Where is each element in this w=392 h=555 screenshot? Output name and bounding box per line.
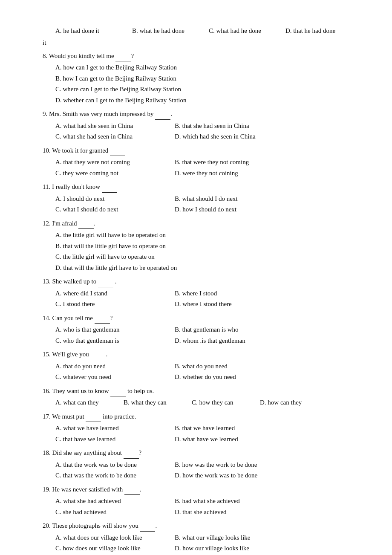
q13-opt-d: D. where I stood there — [175, 299, 277, 310]
q9-opt-c: C. what she had seen in China — [55, 131, 158, 142]
q9-opt-d: D. which had she seen in China — [175, 131, 277, 142]
q11-row2: C. what I should do next D. how I should… — [55, 204, 366, 215]
q8-options: A. how can I get to the Beijing Railway … — [55, 62, 366, 106]
q19-opt-c: C. she had achieved — [55, 507, 158, 518]
question-7-cont: A. he had done it B. what he had done C.… — [43, 26, 366, 48]
q14-options: A. who is that gentleman B. that gentlem… — [55, 324, 366, 346]
q20-options: A. what does our village look like B. wh… — [55, 532, 366, 554]
q16-quad: A. what can they B. what they can C. how… — [55, 397, 366, 408]
q7-continuation-text: it — [43, 38, 366, 48]
q18-opt-a: A. that the work was to be done — [55, 460, 158, 471]
q20-row1: A. what does our village look like B. wh… — [55, 532, 366, 543]
q20-opt-a: A. what does our village look like — [55, 532, 158, 543]
q10-text: 10. We took it for granted — [43, 145, 366, 156]
q19-opt-b: B. had what she achieved — [175, 496, 277, 507]
q18-opt-c: C. that was the work to be done — [55, 470, 158, 481]
q15-opt-c: C. whatever you need — [55, 372, 158, 383]
q18-row1: A. that the work was to be done B. how w… — [55, 460, 366, 471]
q9-blank — [155, 108, 170, 120]
q18-opt-d: D. how the work was to be done — [175, 470, 277, 481]
q11-text: 11. I really don't know — [43, 181, 366, 193]
q17-opt-c: C. that have we learned — [55, 434, 158, 445]
q8-opt-c: C. where can I get to the Beijing Railwa… — [55, 84, 366, 95]
q11-opt-d: D. how I should do next — [175, 204, 277, 215]
question-20: 20. These photographs will show you . A.… — [43, 520, 366, 554]
q16-text: 16. They want us to know to help us. — [43, 385, 366, 397]
q9-options: A. what had she seen in China B. that sh… — [55, 121, 366, 142]
q12-opt-c: C. the little girl will have to operate … — [55, 251, 366, 263]
q17-blank — [86, 411, 101, 422]
q11-blank — [102, 181, 117, 193]
question-18: 18. Did she say anything about ? A. that… — [43, 447, 366, 481]
q12-text: 12. I'm afraid . — [43, 218, 366, 229]
q17-row2: C. that have we learned D. what have we … — [55, 434, 366, 445]
q17-options: A. what we have learned B. that we have … — [55, 423, 366, 445]
q20-blank — [140, 520, 155, 532]
q12-opt-d: D. that will the little girl have to be … — [55, 263, 366, 274]
q18-blank — [124, 447, 139, 459]
q19-row2: C. she had achieved D. that she achieved — [55, 507, 366, 518]
q16-opt-d: D. how can they — [260, 397, 320, 408]
q20-text: 20. These photographs will show you . — [43, 520, 366, 532]
q8-opt-a: A. how can I get to the Beijing Railway … — [55, 62, 366, 73]
q7-opt-c: C. what had he done — [209, 26, 277, 37]
q15-text: 15. We'll give you . — [43, 349, 366, 360]
q12-blank — [78, 218, 94, 229]
question-17: 17. We must put into practice. A. what w… — [43, 411, 366, 445]
q11-opt-b: B. what should I do next — [175, 194, 277, 205]
question-13: 13. She walked up to . A. where did I st… — [43, 276, 366, 310]
q17-opt-a: A. what we have learned — [55, 423, 158, 434]
q9-opt-a: A. what had she seen in China — [55, 121, 158, 132]
q14-row1: A. who is that gentleman B. that gentlem… — [55, 324, 366, 335]
question-10: 10. We took it for granted A. that they … — [43, 145, 366, 179]
q10-options: A. that they were not coming B. that wer… — [55, 157, 366, 179]
q15-opt-a: A. that do you need — [55, 361, 158, 372]
q15-blank — [90, 349, 106, 360]
q13-text: 13. She walked up to . — [43, 276, 366, 287]
q9-row1: A. what had she seen in China B. that sh… — [55, 121, 366, 132]
q13-row1: A. where did I stand B. where I stood — [55, 288, 366, 299]
q7-opt-b: B. what he had done — [132, 26, 200, 37]
question-19: 19. He was never satisfied with . A. wha… — [43, 484, 366, 518]
q7-options-row: A. he had done it B. what he had done C.… — [55, 26, 366, 37]
q8-opt-b: B. how I can get to the Beijing Railway … — [55, 73, 366, 84]
q20-opt-c: C. how does our village look like — [55, 543, 158, 554]
q19-opt-d: D. that she achieved — [175, 507, 277, 518]
q11-opt-a: A. I should do next — [55, 194, 158, 205]
q14-blank — [95, 312, 110, 324]
q7-opt-a: A. he had done it — [55, 26, 124, 37]
q14-opt-a: A. who is that gentleman — [55, 324, 158, 335]
q10-opt-d: D. were they not coining — [175, 168, 277, 179]
q8-text: 8. Would you kindly tell me ? — [43, 50, 366, 62]
q16-opt-c: C. how they can — [192, 397, 251, 408]
q14-opt-d: D. whom .is that gentleman — [175, 335, 277, 347]
q11-options: A. I should do next B. what should I do … — [55, 194, 366, 215]
q19-opt-a: A. what she had achieved — [55, 496, 158, 507]
q10-row1: A. that they were not coming B. that wer… — [55, 157, 366, 168]
q16-options: A. what can they B. what they can C. how… — [55, 397, 366, 408]
q9-opt-b: B. that she had seen in China — [175, 121, 277, 132]
q18-text: 18. Did she say anything about ? — [43, 447, 366, 459]
q10-row2: C. they were coming not D. were they not… — [55, 168, 366, 179]
q16-opt-b: B. what they can — [124, 397, 183, 408]
q20-opt-d: D. how our village looks like — [175, 543, 277, 554]
q19-row1: A. what she had achieved B. had what she… — [55, 496, 366, 507]
q18-opt-b: B. how was the work to be done — [175, 460, 277, 471]
q14-row2: C. who that gentleman is D. whom .is tha… — [55, 335, 366, 347]
q11-opt-c: C. what I should do next — [55, 204, 158, 215]
q16-blank — [110, 385, 126, 397]
q17-opt-b: B. that we have learned — [175, 423, 277, 434]
q13-opt-a: A. where did I stand — [55, 288, 158, 299]
q13-options: A. where did I stand B. where I stood C.… — [55, 288, 366, 310]
q9-row2: C. what she had seen in China D. which h… — [55, 131, 366, 142]
q13-row2: C. I stood there D. where I stood there — [55, 299, 366, 310]
q8-opt-d: D. whether can I get to the Beijing Rail… — [55, 95, 366, 106]
q15-row1: A. that do you need B. what do you need — [55, 361, 366, 372]
q13-opt-c: C. I stood there — [55, 299, 158, 310]
q15-opt-b: B. what do you need — [175, 361, 277, 372]
q17-opt-d: D. what have we learned — [175, 434, 277, 445]
q11-row1: A. I should do next B. what should I do … — [55, 194, 366, 205]
q15-options: A. that do you need B. what do you need … — [55, 361, 366, 383]
q12-options: A. the little girl will have to be opera… — [55, 230, 366, 273]
q12-opt-b: B. that will the little girl have to ope… — [55, 241, 366, 252]
